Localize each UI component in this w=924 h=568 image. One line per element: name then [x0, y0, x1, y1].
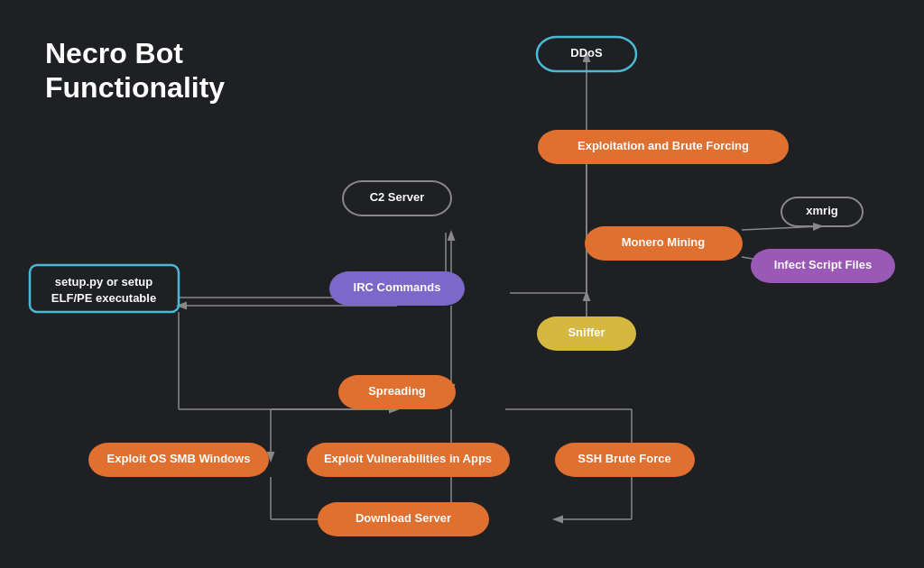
- svg-rect-29: [538, 130, 789, 164]
- svg-rect-54: [318, 502, 489, 536]
- svg-rect-41: [329, 271, 465, 306]
- svg-rect-39: [343, 181, 451, 215]
- svg-rect-31: [585, 226, 743, 261]
- svg-rect-37: [537, 316, 636, 351]
- svg-text:ELF/PE executable: ELF/PE executable: [51, 291, 156, 305]
- svg-rect-35: [751, 249, 895, 283]
- svg-rect-50: [307, 443, 510, 477]
- svg-text:C2 Server: C2 Server: [370, 190, 425, 204]
- svg-rect-46: [338, 375, 456, 409]
- svg-text:setup.py or setup: setup.py or setup: [55, 275, 152, 289]
- svg-rect-52: [555, 443, 695, 477]
- diagram: DDoS Exploitation and Brute Forcing Mone…: [0, 0, 924, 568]
- svg-rect-48: [88, 443, 269, 477]
- svg-rect-33: [781, 197, 863, 226]
- svg-text:xmrig: xmrig: [806, 204, 837, 217]
- svg-rect-43: [30, 265, 179, 312]
